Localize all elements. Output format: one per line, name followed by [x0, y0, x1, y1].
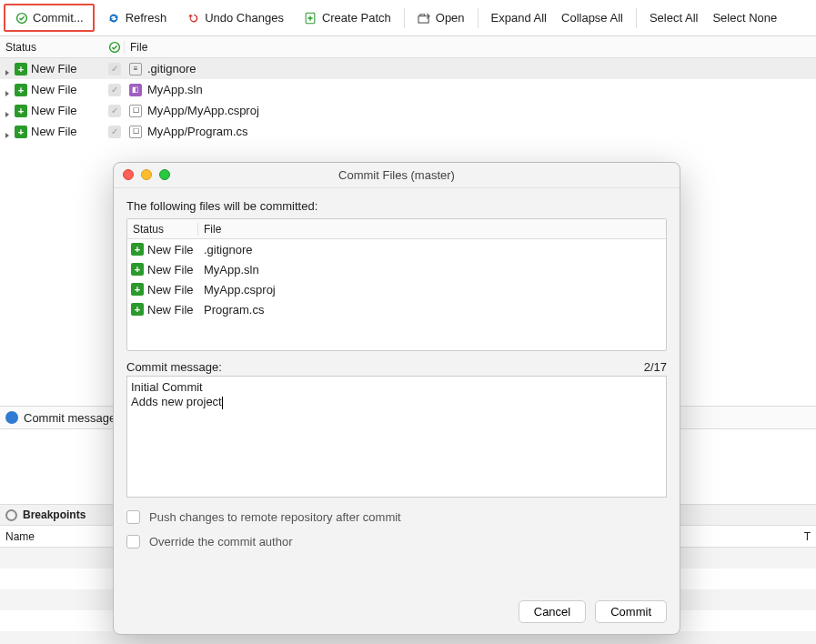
dialog-file-row[interactable]: +New File .gitignore [127, 239, 666, 259]
push-checkbox[interactable] [126, 510, 140, 524]
dialog-row-file: MyApp.sln [198, 263, 666, 277]
patch-icon [304, 11, 317, 25]
commit-confirm-label: Commit [610, 605, 651, 619]
chevron-right-icon[interactable] [4, 65, 11, 73]
check-circle-icon [15, 11, 28, 25]
row-status-label: New File [31, 83, 77, 96]
row-file-name: .gitignore [147, 62, 196, 75]
dialog-row-status: New File [147, 303, 194, 317]
row-file-name: MyApp/MyApp.csproj [147, 104, 259, 117]
svg-rect-2 [418, 16, 428, 23]
row-checkbox[interactable] [108, 126, 121, 138]
dialog-header-status[interactable]: Status [127, 223, 198, 236]
speech-bubble-icon [5, 411, 18, 424]
row-file-name: MyApp/Program.cs [147, 125, 248, 138]
dialog-file-row[interactable]: +New File Program.cs [127, 299, 666, 319]
dialog-row-status: New File [147, 283, 194, 297]
zoom-window-button[interactable] [159, 169, 170, 180]
column-headers: Status File [0, 36, 816, 58]
refresh-label: Refresh [126, 11, 167, 25]
dialog-row-file: .gitignore [198, 243, 666, 257]
expand-all-button[interactable]: Expand All [484, 7, 554, 28]
cancel-button[interactable]: Cancel [519, 600, 586, 623]
dialog-title: Commit Files (master) [114, 168, 680, 182]
open-icon [418, 11, 431, 25]
cancel-label: Cancel [534, 605, 570, 619]
select-none-button[interactable]: Select None [705, 7, 784, 28]
row-status-label: New File [31, 62, 77, 75]
commit-dialog: Commit Files (master) The following file… [113, 162, 680, 635]
expand-all-label: Expand All [491, 11, 547, 25]
select-all-label: Select All [650, 11, 698, 25]
commit-files-table: Status File +New File .gitignore +New Fi… [126, 218, 667, 351]
plus-badge-icon: + [131, 283, 144, 296]
commit-message-tab-label: Commit message [24, 411, 116, 425]
commit-message-counter: 2/17 [644, 360, 667, 374]
row-checkbox[interactable] [108, 105, 121, 117]
plus-badge-icon: + [131, 303, 144, 316]
dialog-info-text: The following files will be committed: [126, 199, 667, 213]
dialog-row-status: New File [147, 243, 194, 257]
header-file[interactable]: File [124, 41, 816, 54]
patch-label: Create Patch [322, 11, 391, 25]
row-status-label: New File [31, 125, 77, 138]
dialog-row-file: MyApp.csproj [198, 283, 666, 297]
commit-label: Commit... [33, 11, 84, 25]
open-label: Open [436, 11, 465, 25]
override-author-checkbox[interactable] [126, 535, 140, 548]
cs-file-icon: ☐ [129, 126, 142, 138]
row-status-label: New File [31, 104, 77, 117]
dialog-file-row[interactable]: +New File MyApp.sln [127, 259, 666, 279]
sln-file-icon: ◧ [129, 84, 142, 96]
check-circle-icon [108, 40, 122, 54]
row-checkbox[interactable] [108, 63, 121, 75]
minimize-window-button[interactable] [141, 169, 152, 180]
t-header[interactable]: T [804, 530, 811, 543]
file-icon: ≡ [129, 63, 142, 75]
dialog-row-file: Program.cs [198, 303, 666, 317]
undo-changes-button[interactable]: Undo Changes [179, 7, 291, 28]
commit-message-textarea[interactable]: Initial Commit Adds new project [126, 376, 667, 498]
refresh-icon [107, 11, 121, 25]
undo-label: Undo Changes [205, 11, 284, 25]
breakpoints-icon [5, 509, 17, 521]
refresh-button[interactable]: Refresh [100, 7, 175, 28]
plus-badge-icon: + [15, 84, 27, 96]
dialog-header-file[interactable]: File [198, 223, 666, 236]
csproj-file-icon: ☐ [129, 105, 142, 117]
name-header[interactable]: Name [5, 530, 35, 543]
plus-badge-icon: + [15, 63, 27, 75]
open-button[interactable]: Open [410, 7, 472, 28]
commit-message-label: Commit message: [126, 360, 222, 374]
header-check[interactable] [106, 40, 124, 54]
chevron-right-icon[interactable] [4, 128, 11, 136]
table-row[interactable]: + New File ☐ MyApp/MyApp.csproj [0, 100, 816, 121]
table-row[interactable]: + New File ☐ MyApp/Program.cs [0, 121, 816, 142]
table-row[interactable]: + New File ◧ MyApp.sln [0, 79, 816, 100]
window-controls [123, 169, 170, 180]
select-none-label: Select None [712, 11, 777, 25]
plus-badge-icon: + [131, 243, 144, 256]
breakpoints-label: Breakpoints [23, 508, 86, 521]
commit-button[interactable]: Commit... [7, 7, 91, 28]
row-file-name: MyApp.sln [147, 83, 203, 96]
plus-badge-icon: + [15, 105, 27, 117]
close-window-button[interactable] [123, 169, 134, 180]
dialog-titlebar[interactable]: Commit Files (master) [114, 163, 680, 188]
header-status[interactable]: Status [0, 41, 106, 54]
dialog-row-status: New File [147, 263, 194, 277]
row-checkbox[interactable] [108, 84, 121, 96]
commit-message-text: Initial Commit Adds new project [131, 380, 222, 408]
file-rows: + New File ≡ .gitignore + New File ◧ MyA… [0, 58, 816, 142]
dialog-file-row[interactable]: +New File MyApp.csproj [127, 279, 666, 299]
chevron-right-icon[interactable] [4, 107, 11, 115]
plus-badge-icon: + [131, 263, 144, 276]
commit-confirm-button[interactable]: Commit [595, 600, 667, 623]
collapse-all-button[interactable]: Collapse All [554, 7, 630, 28]
chevron-right-icon[interactable] [4, 86, 11, 94]
create-patch-button[interactable]: Create Patch [297, 7, 398, 28]
push-label: Push changes to remote repository after … [149, 510, 401, 524]
select-all-button[interactable]: Select All [642, 7, 705, 28]
undo-icon [186, 11, 200, 25]
table-row[interactable]: + New File ≡ .gitignore [0, 58, 816, 79]
